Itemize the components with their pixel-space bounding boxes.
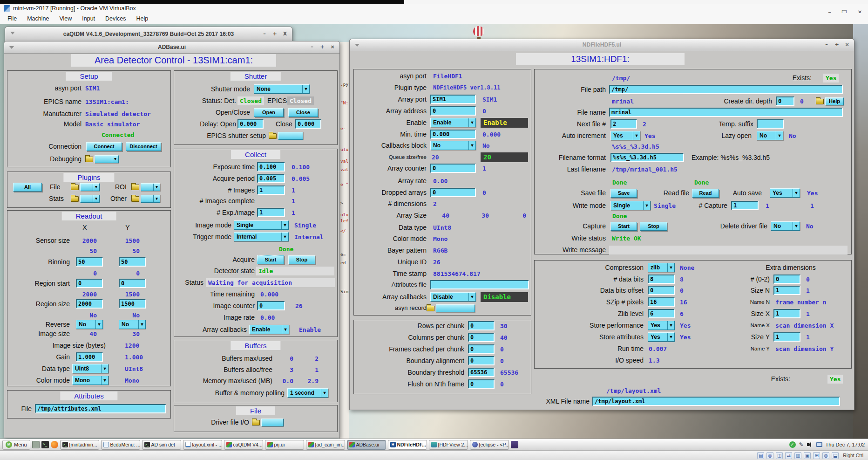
close-icon[interactable]: ×	[329, 44, 336, 51]
temp-suffix-input[interactable]	[757, 119, 784, 129]
binning-x-input[interactable]: 50	[76, 257, 103, 267]
color-mode-dropdown[interactable]: Mono▾	[72, 376, 108, 385]
file-name-input[interactable]: mrinal	[609, 108, 843, 117]
frames-cached-input[interactable]: 0	[468, 344, 495, 354]
delay-open-input[interactable]: 0.000	[237, 119, 264, 129]
app-launcher-icon[interactable]	[511, 441, 518, 448]
capture-start-button[interactable]: Start	[610, 222, 637, 231]
rows-per-chunk-input[interactable]: 0	[468, 321, 495, 330]
callbacks-block-dropdown[interactable]: No▾	[430, 141, 476, 150]
taskbar-window-eclipse[interactable]: [eclipse - <P...	[470, 440, 509, 450]
buffer-polling-dropdown[interactable]: 1 second▾	[287, 388, 328, 398]
filename-format-input[interactable]: %s%s_%3.3d.h5	[610, 153, 684, 162]
close-icon[interactable]: ×	[843, 41, 851, 48]
folder-icon[interactable]	[71, 185, 79, 190]
dropped-arrays-input[interactable]: 0	[430, 188, 476, 197]
attributes-file-input[interactable]: /tmp/attributes.xml	[35, 404, 166, 413]
minimize-icon[interactable]: –	[308, 44, 316, 51]
driver-file-io-button[interactable]	[261, 419, 284, 426]
minimize-icon[interactable]: –	[261, 31, 268, 38]
save-button[interactable]: Save	[610, 189, 637, 198]
szip-pixels-input[interactable]: 16	[648, 297, 675, 307]
array-port-input[interactable]: SIM1	[430, 95, 476, 104]
num-capture-input[interactable]: 1	[731, 201, 759, 210]
taskbar-window-prjui[interactable]: prj.ui	[265, 440, 304, 450]
display-tray-icon[interactable]	[816, 442, 822, 447]
maximize-icon[interactable]: +	[319, 44, 326, 51]
plugins-other-dropdown[interactable]: ▾	[141, 195, 160, 203]
enable-dropdown[interactable]: Enable▾	[430, 118, 476, 127]
firefox-launcher-icon[interactable]	[51, 441, 58, 448]
shutter-open-button[interactable]: Open	[254, 108, 284, 117]
taskbar-window-caqtdm[interactable]: caQtDM V4...	[224, 440, 263, 450]
next-file-input[interactable]: 2	[610, 119, 637, 129]
menu-help[interactable]: Help	[136, 15, 149, 22]
hdf-attributes-file-input[interactable]	[430, 280, 529, 289]
image-mode-dropdown[interactable]: Single▾	[234, 220, 289, 230]
zlib-level-input[interactable]: 6	[648, 309, 675, 318]
menu-machine[interactable]: Machine	[27, 15, 49, 22]
array-address-input[interactable]: 0	[430, 106, 476, 116]
image-counter-input[interactable]: 0	[257, 301, 285, 310]
acquire-stop-button[interactable]: Stop	[288, 255, 315, 264]
folder-icon[interactable]	[269, 133, 277, 139]
file-path-input[interactable]: /tmp/	[609, 85, 843, 94]
write-mode-dropdown[interactable]: Single▾	[610, 201, 651, 210]
menu-input[interactable]: Input	[82, 15, 95, 22]
taskbar-window-adbase[interactable]: ADBase.ui	[347, 440, 386, 450]
plugins-all-button[interactable]: All	[13, 183, 42, 192]
taskbar-window-bcdamenu[interactable]: BcdaMenu: ...	[101, 440, 140, 450]
capture-stop-button[interactable]: Stop	[640, 222, 667, 231]
compression-dropdown[interactable]: zlib▾	[648, 263, 675, 272]
mint-menu-button[interactable]: MMenu	[2, 440, 30, 450]
array-callbacks-dropdown[interactable]: Enable▾	[249, 325, 289, 334]
create-dir-depth-input[interactable]: 0	[776, 96, 794, 106]
taskbar-clock[interactable]: Thu Dec 7, 17:02	[826, 442, 865, 447]
update-shield-icon[interactable]: ✓	[789, 441, 796, 448]
folder-icon[interactable]	[427, 306, 434, 311]
menu-file[interactable]: File	[7, 15, 17, 22]
show-desktop-icon[interactable]	[32, 441, 40, 448]
maximize-icon[interactable]: +	[833, 41, 841, 48]
trigger-mode-dropdown[interactable]: Internal▾	[234, 232, 289, 241]
volume-icon[interactable]	[807, 442, 813, 447]
delete-driver-file-dropdown[interactable]: No▾	[771, 221, 800, 231]
epics-shutter-setup-button[interactable]	[278, 132, 303, 140]
reverse-y-dropdown[interactable]: No▾	[119, 320, 146, 329]
exp-per-image-input[interactable]: 1	[257, 208, 285, 217]
plugins-file-dropdown[interactable]: ▾	[80, 183, 100, 191]
background-editor-window[interactable]: .py "N: e- ulu val val e " > ulu lef </ …	[339, 42, 349, 439]
maximize-icon[interactable]: +	[271, 31, 278, 38]
binning-y-input[interactable]: 50	[119, 257, 146, 267]
cols-per-chunk-input[interactable]: 0	[468, 333, 495, 342]
plugins-roi-dropdown[interactable]: ▾	[141, 183, 160, 191]
taskbar-window-hdfview[interactable]: [HDFView 2...	[429, 440, 468, 450]
connect-button[interactable]: Connect	[86, 142, 122, 151]
caqtdm-window[interactable]: caQtDM V4.1.6_Development_33278769 Build…	[5, 27, 292, 42]
hdf-array-callbacks-dropdown[interactable]: Disable▾	[430, 292, 476, 302]
folder-icon[interactable]	[816, 99, 824, 104]
disconnect-button[interactable]: Disconnect	[126, 142, 161, 151]
auto-increment-dropdown[interactable]: Yes▾	[610, 131, 640, 140]
reverse-x-dropdown[interactable]: No▾	[76, 320, 103, 329]
minimize-icon[interactable]: –	[823, 41, 830, 48]
shutter-close-button[interactable]: Close	[288, 108, 318, 117]
boundary-alignment-input[interactable]: 0	[468, 356, 495, 365]
xml-file-name-input[interactable]: /tmp/layout.xml	[592, 397, 840, 406]
taskbar-window-layoutxml[interactable]: layout.xml - ...	[183, 440, 222, 450]
array-counter-input[interactable]: 0	[430, 164, 476, 173]
taskbar-window-ndfilehdf5[interactable]: HNDFileHDF...	[388, 440, 427, 450]
region-size-x-input[interactable]: 2000	[76, 299, 103, 309]
folder-icon[interactable]	[85, 157, 93, 162]
size-x-input[interactable]: 1	[773, 309, 800, 318]
folder-icon[interactable]	[252, 420, 260, 426]
menu-view[interactable]: View	[59, 15, 72, 22]
shutter-mode-dropdown[interactable]: None▾	[254, 84, 310, 94]
size-n-input[interactable]: 1	[773, 286, 800, 295]
extra-n-input[interactable]: 0	[773, 275, 800, 284]
region-start-x-input[interactable]: 0	[76, 279, 103, 288]
exposure-time-input[interactable]: 0.100	[257, 162, 285, 172]
lazy-open-dropdown[interactable]: No▾	[757, 131, 783, 140]
region-size-y-input[interactable]: 1500	[119, 299, 146, 309]
input-method-icon[interactable]: ✎	[799, 441, 804, 448]
